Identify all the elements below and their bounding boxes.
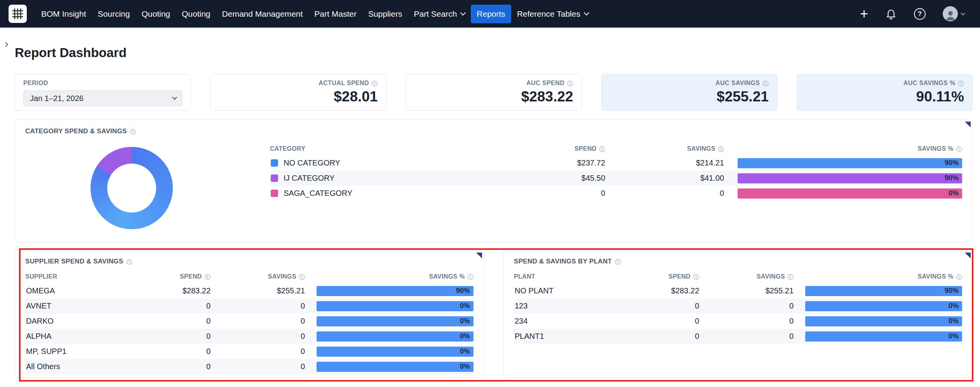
nav-item-reports[interactable]: Reports: [471, 5, 511, 23]
info-icon[interactable]: ⓘ: [615, 259, 621, 265]
info-icon[interactable]: ⓘ: [693, 274, 699, 280]
savings-pct-label: 0%: [949, 317, 962, 325]
savings-pct-cell: 0%: [724, 188, 962, 199]
info-icon[interactable]: ⓘ: [958, 80, 964, 86]
col-spend: SPEND ⓘ: [110, 273, 211, 280]
info-icon[interactable]: ⓘ: [127, 259, 132, 265]
chevron-down-icon: [172, 95, 177, 100]
card-corner-marker[interactable]: [965, 253, 971, 258]
savings-pct-label: 0%: [949, 189, 962, 197]
info-icon[interactable]: ⓘ: [599, 146, 605, 152]
savings-pct-bar: 0%: [317, 331, 473, 342]
table-row: AVNET 0 0 0%: [25, 298, 473, 314]
info-icon[interactable]: ⓘ: [762, 80, 768, 86]
column-label: SAVINGS %: [429, 273, 465, 280]
spend-value: 0: [598, 317, 699, 326]
savings-pct-label: 0%: [460, 363, 473, 371]
savings-pct-label: 0%: [460, 302, 473, 310]
spend-value: 0: [598, 302, 699, 310]
plant-name: 123: [514, 302, 598, 310]
metric-value: $28.01: [219, 89, 378, 105]
nav-item-quoting-2[interactable]: Quoting: [176, 5, 216, 23]
column-label: SAVINGS: [757, 273, 785, 280]
col-spend: SPEND ⓘ: [496, 145, 605, 152]
metric-label: ACTUAL SPEND: [319, 80, 369, 87]
category-name-cell: IJ CATEGORY: [270, 174, 496, 183]
nav-item-sourcing[interactable]: Sourcing: [92, 5, 136, 23]
info-icon[interactable]: ⓘ: [299, 274, 305, 280]
col-savings: SAVINGS ⓘ: [605, 145, 724, 152]
period-select[interactable]: Jan 1–21, 2026: [23, 91, 182, 106]
metric-value: $255.21: [610, 89, 769, 105]
spend-value: 0: [110, 347, 211, 356]
savings-pct-cell: 0%: [305, 362, 473, 372]
category-name: IJ CATEGORY: [284, 174, 335, 183]
notifications-bell-icon[interactable]: [885, 8, 897, 20]
savings-pct-bar: 0%: [805, 301, 962, 311]
savings-pct-cell: 0%: [794, 331, 962, 342]
savings-pct-cell: 0%: [305, 316, 473, 326]
metric-label: AUC SAVINGS %: [903, 80, 956, 87]
info-icon[interactable]: ⓘ: [205, 274, 211, 280]
info-icon[interactable]: ⓘ: [718, 146, 724, 152]
savings-pct-cell: 0%: [794, 301, 962, 311]
nav-item-part-master[interactable]: Part Master: [308, 5, 362, 23]
savings-pct-label: 90%: [945, 174, 962, 182]
card-corner-marker[interactable]: [965, 122, 971, 127]
savings-pct-bar: 0%: [805, 331, 962, 342]
savings-value: 0: [699, 302, 794, 310]
navbar-actions: + ?: [860, 6, 964, 21]
info-icon[interactable]: ⓘ: [956, 146, 962, 152]
nav-item-bom-insight[interactable]: BOM Insight: [35, 5, 92, 23]
top-navbar: BOM Insight Sourcing Quoting Quoting Dem…: [0, 0, 980, 28]
col-savings: SAVINGS ⓘ: [211, 273, 305, 280]
metric-label-row: AUC SAVINGS % ⓘ: [805, 80, 964, 87]
metric-card-auc-savings-pct: AUC SAVINGS % ⓘ 90.11%: [797, 74, 973, 111]
nav-item-label: Part Search: [414, 9, 457, 19]
nav-item-reference-tables[interactable]: Reference Tables: [511, 5, 594, 23]
nav-item-demand-management[interactable]: Demand Management: [216, 5, 309, 23]
plant-name: 234: [514, 317, 598, 326]
savings-value: 0: [211, 332, 305, 341]
card-corner-marker[interactable]: [476, 253, 482, 258]
info-icon[interactable]: ⓘ: [372, 80, 378, 86]
info-icon[interactable]: ⓘ: [956, 274, 962, 280]
supplier-name: All Others: [25, 362, 110, 371]
savings-pct-cell: 90%: [724, 158, 962, 168]
table-row: 123 0 0 0%: [514, 298, 962, 314]
sidebar-expand-toggle[interactable]: [1, 40, 10, 49]
column-label: PLANT: [514, 273, 535, 280]
category-name: SAGA_CATEGORY: [284, 189, 352, 198]
card-title: CATEGORY SPEND & SAVINGS: [25, 127, 127, 135]
table-row: OMEGA $283.22 $255.21 90%: [25, 283, 473, 298]
spend-value: 0: [110, 332, 211, 341]
savings-pct-cell: 90%: [724, 173, 962, 183]
savings-value: $41.00: [605, 174, 724, 183]
legend-swatch-icon: [271, 190, 278, 197]
table-row: DARKO 0 0 0%: [25, 314, 473, 329]
savings-value: 0: [211, 362, 305, 371]
info-icon[interactable]: ⓘ: [130, 129, 136, 134]
plant-name: PLANT1: [514, 332, 598, 341]
savings-pct-label: 0%: [460, 332, 473, 340]
add-button[interactable]: +: [860, 7, 868, 21]
category-table: CATEGORY SPEND ⓘ SAVINGS ⓘ SAVINGS % ⓘ: [270, 135, 962, 229]
savings-pct-bar: 0%: [805, 316, 962, 326]
spend-value: 0: [496, 189, 605, 198]
info-icon[interactable]: ⓘ: [788, 274, 794, 280]
user-menu[interactable]: [943, 6, 964, 21]
help-icon[interactable]: ?: [914, 8, 926, 20]
app-grid-logo-icon[interactable]: [9, 5, 27, 23]
column-label: SPEND: [574, 145, 597, 152]
page-title: Report Dashboard: [15, 45, 973, 60]
supplier-name: AVNET: [25, 302, 110, 310]
nav-item-suppliers[interactable]: Suppliers: [362, 5, 408, 23]
nav-item-part-search[interactable]: Part Search: [408, 5, 471, 23]
metric-label-row: ACTUAL SPEND ⓘ: [219, 80, 378, 87]
col-category: CATEGORY: [270, 145, 496, 152]
info-icon[interactable]: ⓘ: [567, 80, 573, 86]
metric-label: AUC SPEND: [526, 80, 564, 87]
info-icon[interactable]: ⓘ: [468, 274, 473, 280]
savings-pct-bar: 0%: [317, 347, 473, 357]
nav-item-quoting-1[interactable]: Quoting: [136, 5, 176, 23]
